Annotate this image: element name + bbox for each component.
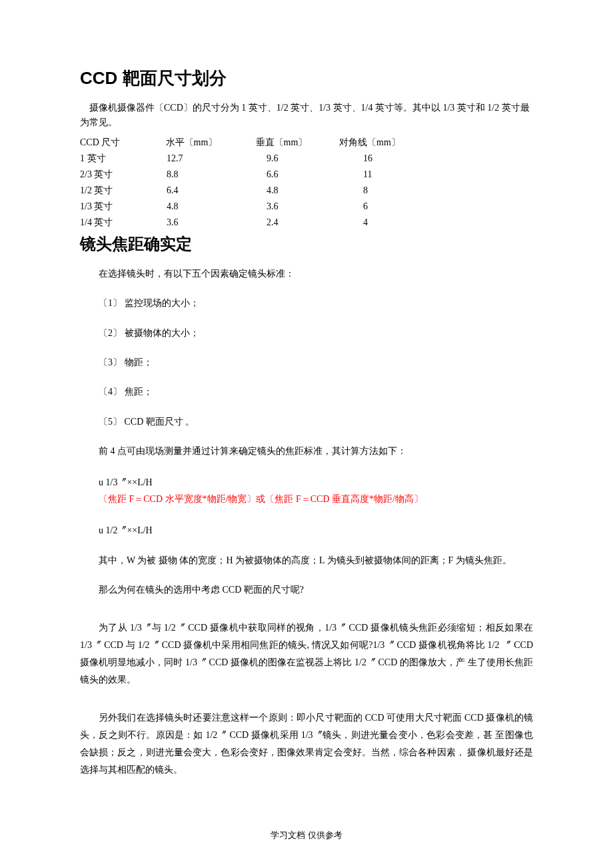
th-horizontal: 水平〔mm〕 — [147, 135, 237, 151]
formula1-line2: 〔焦距 F＝CCD 水平宽度*物距/物宽〕或〔焦距 F＝CCD 垂直高度*物距/… — [99, 491, 533, 507]
formula-block-1: u 1/3〞××L/H 〔焦距 F＝CCD 水平宽度*物距/物宽〕或〔焦距 F＝… — [80, 474, 533, 507]
list-item-2: 〔2〕 被摄物体的大小； — [80, 326, 533, 341]
cell-h: 6.4 — [147, 183, 237, 199]
formula-block-2: u 1/2〞××L/H — [80, 522, 533, 539]
cell-d: 8 — [326, 183, 413, 199]
cell-d: 4 — [326, 215, 413, 231]
cell-v: 2.4 — [237, 215, 326, 231]
th-diagonal: 对角线〔mm〕 — [326, 135, 413, 151]
section2-intro: 在选择镜头时，有以下五个因素确定镜头标准： — [80, 267, 533, 281]
page-footer: 学习文档 仅供参考 — [0, 829, 613, 841]
calc-intro: 前 4 点可由现场测量并通过计算来确定镜头的焦距标准，其计算方法如下： — [80, 444, 533, 459]
cell-h: 12.7 — [147, 151, 237, 167]
formula1-line1: u 1/3〞××L/H — [99, 474, 533, 491]
why-question: 那么为何在镜头的选用中考虑 CCD 靶面的尺寸呢? — [80, 583, 533, 597]
table-row: 1/4 英寸 3.6 2.4 4 — [80, 215, 413, 231]
formula2: u 1/2〞××L/H — [99, 522, 533, 539]
cell-size: 2/3 英寸 — [80, 167, 147, 183]
cell-d: 11 — [326, 167, 413, 183]
long-para-1: 为了从 1/3〞与 1/2〞 CCD 摄像机中获取同样的视角，1/3〞 CCD … — [80, 619, 533, 689]
long-para-2: 另外我们在选择镜头时还要注意这样一个原则：即小尺寸靶面的 CCD 可使用大尺寸靶… — [80, 709, 533, 779]
table-row: 1/3 英寸 4.8 3.6 6 — [80, 199, 413, 215]
th-vertical: 垂直〔mm〕 — [237, 135, 326, 151]
cell-v: 6.6 — [237, 167, 326, 183]
cell-v: 9.6 — [237, 151, 326, 167]
section2-title: 镜头焦距确实定 — [80, 233, 533, 255]
table-row: 1 英寸 12.7 9.6 16 — [80, 151, 413, 167]
section1-title: CCD 靶面尺寸划分 — [80, 67, 533, 90]
cell-h: 3.6 — [147, 215, 237, 231]
cell-size: 1/3 英寸 — [80, 199, 147, 215]
table-header-row: CCD 尺寸 水平〔mm〕 垂直〔mm〕 对角线〔mm〕 — [80, 135, 413, 151]
table-row: 1/2 英寸 6.4 4.8 8 — [80, 183, 413, 199]
section1-intro: 摄像机摄像器件〔CCD〕的尺寸分为 1 英寸、1/2 英寸、1/3 英寸、1/4… — [80, 101, 533, 131]
list-item-4: 〔4〕 焦距； — [80, 385, 533, 399]
ccd-size-table: CCD 尺寸 水平〔mm〕 垂直〔mm〕 对角线〔mm〕 1 英寸 12.7 9… — [80, 135, 413, 231]
cell-d: 16 — [326, 151, 413, 167]
cell-v: 4.8 — [237, 183, 326, 199]
cell-size: 1/4 英寸 — [80, 215, 147, 231]
list-item-1: 〔1〕 监控现场的大小； — [80, 296, 533, 311]
th-size: CCD 尺寸 — [80, 135, 147, 151]
list-item-3: 〔3〕 物距； — [80, 355, 533, 370]
cell-h: 8.8 — [147, 167, 237, 183]
cell-d: 6 — [326, 199, 413, 215]
list-item-5: 〔5〕 CCD 靶面尺寸 。 — [80, 415, 533, 429]
cell-h: 4.8 — [147, 199, 237, 215]
table-row: 2/3 英寸 8.8 6.6 11 — [80, 167, 413, 183]
cell-size: 1/2 英寸 — [80, 183, 147, 199]
where-clause: 其中，W 为被 摄物 体的宽度；H 为被摄物体的高度；L 为镜头到被摄物体间的距… — [80, 553, 533, 568]
cell-size: 1 英寸 — [80, 151, 147, 167]
cell-v: 3.6 — [237, 199, 326, 215]
